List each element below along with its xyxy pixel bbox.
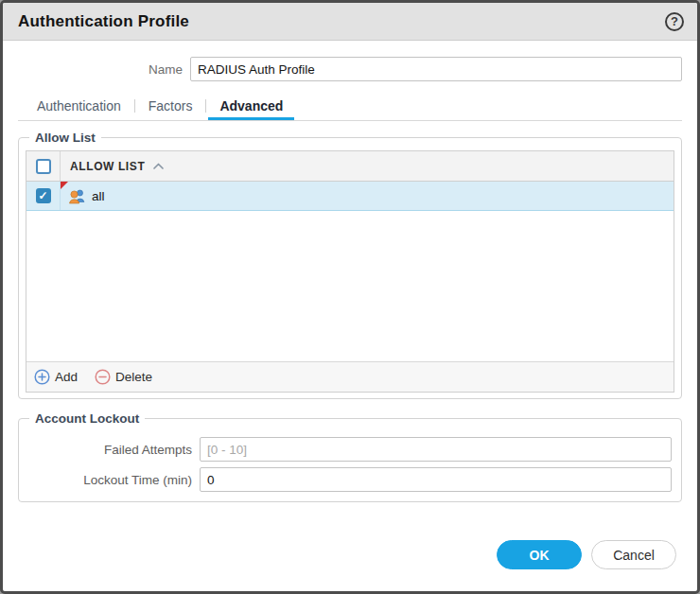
delete-label: Delete — [115, 370, 152, 384]
cancel-button[interactable]: Cancel — [591, 540, 676, 569]
tab-advanced[interactable]: Advanced — [208, 95, 294, 120]
table-empty-area — [26, 211, 674, 361]
users-icon — [68, 188, 86, 204]
delete-button[interactable]: Delete — [95, 369, 152, 385]
dialog-body: Name Authentication Factors Advanced All… — [3, 41, 697, 591]
table-row-all[interactable]: ✓ all — [26, 182, 674, 211]
tab-divider — [134, 99, 135, 113]
row-checkbox-cell: ✓ — [26, 182, 61, 210]
account-lockout-legend: Account Lockout — [29, 411, 145, 426]
add-button[interactable]: Add — [34, 369, 78, 385]
dialog-title: Authentication Profile — [18, 12, 189, 31]
allow-list-column-header[interactable]: ALLOW LIST — [61, 151, 674, 181]
delete-icon — [95, 369, 111, 385]
lockout-time-label: Lockout Time (min) — [26, 473, 200, 487]
lockout-time-row: Lockout Time (min) — [26, 467, 672, 492]
allow-list-legend: Allow List — [29, 131, 101, 145]
row-label: all — [92, 189, 105, 203]
table-footer: Add Delete — [26, 361, 674, 392]
account-lockout-fieldset: Account Lockout Failed Attempts Lockout … — [18, 411, 682, 502]
failed-attempts-label: Failed Attempts — [26, 443, 200, 457]
select-all-checkbox[interactable] — [36, 159, 51, 174]
authentication-profile-dialog: Authentication Profile ? Name Authentica… — [0, 0, 700, 594]
failed-attempts-row: Failed Attempts — [26, 437, 672, 462]
tab-bar: Authentication Factors Advanced — [18, 95, 682, 121]
allow-list-table: ALLOW LIST ✓ — [26, 150, 674, 393]
modified-flag-icon — [61, 182, 68, 189]
add-icon — [34, 369, 50, 385]
name-input[interactable] — [190, 57, 682, 81]
name-label: Name — [18, 62, 190, 77]
row-content-cell: all — [61, 182, 674, 210]
help-icon[interactable]: ? — [665, 12, 684, 31]
row-checkbox[interactable]: ✓ — [36, 188, 51, 203]
allow-list-fieldset: Allow List ALLOW LIST — [18, 131, 682, 399]
dialog-footer: OK Cancel — [18, 540, 682, 591]
ok-button[interactable]: OK — [497, 540, 582, 569]
tab-authentication[interactable]: Authentication — [26, 95, 132, 120]
name-row: Name — [18, 57, 682, 81]
tab-factors[interactable]: Factors — [137, 95, 204, 120]
sort-ascending-icon — [152, 162, 165, 170]
allow-list-column-label: ALLOW LIST — [70, 160, 145, 173]
tab-divider — [205, 99, 206, 113]
add-label: Add — [55, 370, 78, 384]
lockout-time-input[interactable] — [200, 467, 672, 492]
dialog-titlebar: Authentication Profile ? — [3, 3, 697, 41]
select-all-cell — [26, 151, 61, 181]
failed-attempts-input[interactable] — [200, 437, 672, 462]
allow-list-header-row: ALLOW LIST — [26, 151, 674, 182]
